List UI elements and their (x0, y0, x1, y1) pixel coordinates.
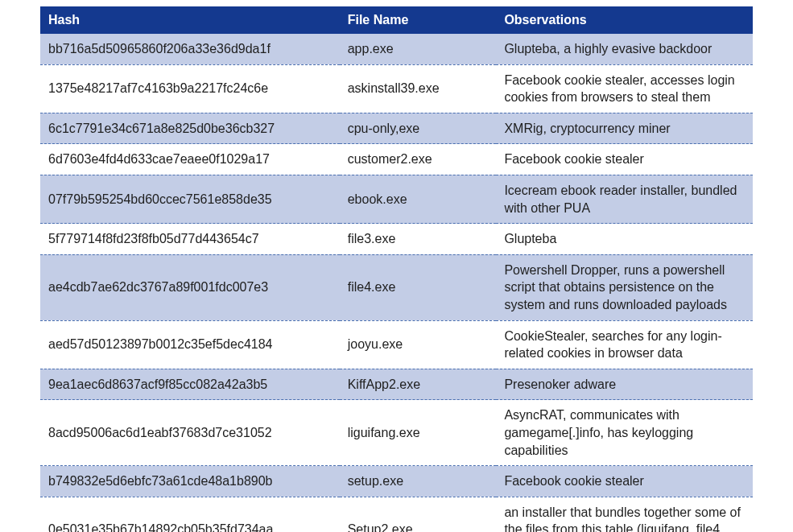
cell-obs: Glupteba, a highly evasive backdoor (496, 34, 753, 64)
cell-obs: XMRig, cryptocurrency miner (496, 113, 753, 144)
table-row: b749832e5d6ebfc73a61cde48a1b890bsetup.ex… (40, 466, 753, 497)
cell-obs: AsyncRAT, communicates with gamegame[.]i… (496, 400, 753, 466)
table-row: 1375e48217af7c4163b9a2217fc24c6easkinsta… (40, 64, 753, 113)
table-row: 8acd95006ac6d1eabf37683d7ce31052liguifan… (40, 400, 753, 466)
cell-obs: Presenoker adware (496, 369, 753, 400)
cell-file: app.exe (340, 34, 497, 64)
cell-hash: 6d7603e4fd4d633cae7eaee0f1029a17 (40, 144, 340, 175)
cell-obs: Facebook cookie stealer (496, 466, 753, 497)
table-row: 9ea1aec6d8637acf9f85cc082a42a3b5KiffApp2… (40, 369, 753, 400)
cell-obs: CookieStealer, searches for any login-re… (496, 320, 753, 369)
header-hash: Hash (40, 6, 340, 34)
header-obs: Observations (496, 6, 753, 34)
table-row: bb716a5d50965860f206a33e36d9da1fapp.exeG… (40, 34, 753, 64)
cell-hash: 5f779714f8fd23f8fb05d77d443654c7 (40, 224, 340, 255)
cell-obs: Facebook cookie stealer, accesses login … (496, 64, 753, 113)
cell-file: askinstall39.exe (340, 64, 497, 113)
table-row: 5f779714f8fd23f8fb05d77d443654c7file3.ex… (40, 224, 753, 255)
cell-file: file4.exe (340, 254, 497, 320)
malware-table: Hash File Name Observations bb716a5d5096… (40, 6, 753, 532)
cell-file: liguifang.exe (340, 400, 497, 466)
cell-file: Setup2.exe (340, 497, 497, 532)
cell-obs: an installer that bundles together some … (496, 497, 753, 532)
cell-hash: aed57d50123897b0012c35ef5dec4184 (40, 320, 340, 369)
cell-hash: 6c1c7791e34c671a8e825d0be36cb327 (40, 113, 340, 144)
table-row: 0e5031e35b67b14892cb05b35fd734aaSetup2.e… (40, 497, 753, 532)
cell-obs: Glupteba (496, 224, 753, 255)
cell-file: jooyu.exe (340, 320, 497, 369)
cell-file: customer2.exe (340, 144, 497, 175)
table-row: 6c1c7791e34c671a8e825d0be36cb327cpu-only… (40, 113, 753, 144)
cell-hash: ae4cdb7ae62dc3767a89f001fdc007e3 (40, 254, 340, 320)
cell-file: KiffApp2.exe (340, 369, 497, 400)
table-row: ae4cdb7ae62dc3767a89f001fdc007e3file4.ex… (40, 254, 753, 320)
cell-file: cpu-only,exe (340, 113, 497, 144)
cell-hash: 1375e48217af7c4163b9a2217fc24c6e (40, 64, 340, 113)
table-row: aed57d50123897b0012c35ef5dec4184jooyu.ex… (40, 320, 753, 369)
cell-hash: 07f79b595254bd60ccec7561e858de35 (40, 175, 340, 223)
cell-hash: b749832e5d6ebfc73a61cde48a1b890b (40, 466, 340, 497)
cell-obs: Powershell Dropper, runs a powershell sc… (496, 254, 753, 320)
table-row: 07f79b595254bd60ccec7561e858de35ebook.ex… (40, 175, 753, 223)
cell-hash: 8acd95006ac6d1eabf37683d7ce31052 (40, 400, 340, 466)
cell-hash: 9ea1aec6d8637acf9f85cc082a42a3b5 (40, 369, 340, 400)
table-header-row: Hash File Name Observations (40, 6, 753, 34)
cell-file: ebook.exe (340, 175, 497, 223)
cell-file: file3.exe (340, 224, 497, 255)
cell-hash: bb716a5d50965860f206a33e36d9da1f (40, 34, 340, 64)
cell-obs: Icecream ebook reader installer, bundled… (496, 175, 753, 223)
cell-hash: 0e5031e35b67b14892cb05b35fd734aa (40, 497, 340, 532)
table-row: 6d7603e4fd4d633cae7eaee0f1029a17customer… (40, 144, 753, 175)
cell-file: setup.exe (340, 466, 497, 497)
header-file: File Name (340, 6, 497, 34)
cell-obs: Facebook cookie stealer (496, 144, 753, 175)
